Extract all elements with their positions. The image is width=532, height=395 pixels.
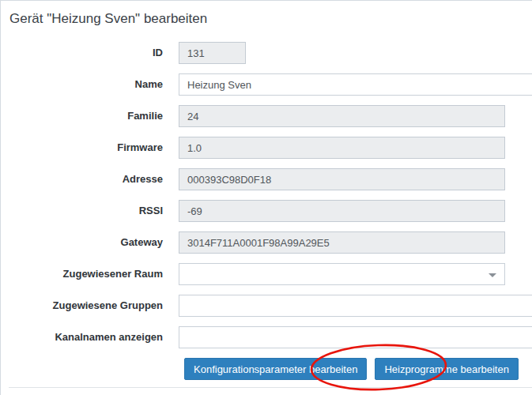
id-field: [179, 42, 246, 64]
kanalnamen-anzeigen-label: Kanalnamen anzeigen: [1, 326, 163, 348]
device-edit-form: ID Name Familie Firmware Adresse: [1, 42, 532, 380]
form-row-adresse: Adresse: [1, 168, 532, 190]
adresse-field: [179, 168, 505, 190]
form-row-kanalnamen: Kanalnamen anzeigen: [1, 326, 532, 348]
gateway-field: [179, 231, 505, 254]
firmware-field: [179, 137, 505, 159]
form-row-firmware: Firmware: [1, 137, 532, 159]
form-row-raum: Zugewiesener Raum: [1, 263, 532, 285]
name-field[interactable]: [179, 73, 532, 96]
zugewiesener-raum-label: Zugewiesener Raum: [1, 263, 163, 285]
zugewiesener-raum-select[interactable]: [179, 263, 505, 285]
form-row-name: Name: [1, 73, 532, 96]
familie-label: Familie: [1, 105, 163, 127]
form-button-row: Konfigurationsparameter bearbeiten Heizp…: [1, 358, 532, 380]
heizprogramme-bearbeiten-button[interactable]: Heizprogramme bearbeiten: [375, 358, 519, 380]
zugewiesene-gruppen-field[interactable]: [179, 295, 532, 317]
gateway-label: Gateway: [1, 231, 163, 254]
form-row-rssi: RSSI: [1, 200, 532, 222]
form-row-id: ID: [1, 42, 532, 64]
form-row-gateway: Gateway: [1, 231, 532, 254]
device-edit-page: Gerät "Heizung Sven" bearbeiten ID Name …: [0, 0, 532, 395]
form-row-familie: Familie: [1, 105, 532, 127]
bottom-divider: [9, 387, 532, 388]
rssi-label: RSSI: [1, 200, 163, 222]
id-label: ID: [1, 42, 163, 64]
rssi-field: [179, 200, 505, 222]
adresse-label: Adresse: [1, 168, 163, 190]
firmware-label: Firmware: [1, 137, 163, 159]
familie-field: [179, 105, 505, 127]
konfigurationsparameter-bearbeiten-button[interactable]: Konfigurationsparameter bearbeiten: [184, 358, 367, 380]
chevron-down-icon: [489, 273, 496, 277]
name-label: Name: [1, 73, 163, 96]
kanalnamen-anzeigen-field[interactable]: [179, 326, 532, 348]
form-row-gruppen: Zugewiesene Gruppen: [1, 295, 532, 317]
zugewiesene-gruppen-label: Zugewiesene Gruppen: [1, 295, 163, 317]
page-title: Gerät "Heizung Sven" bearbeiten: [9, 9, 532, 28]
